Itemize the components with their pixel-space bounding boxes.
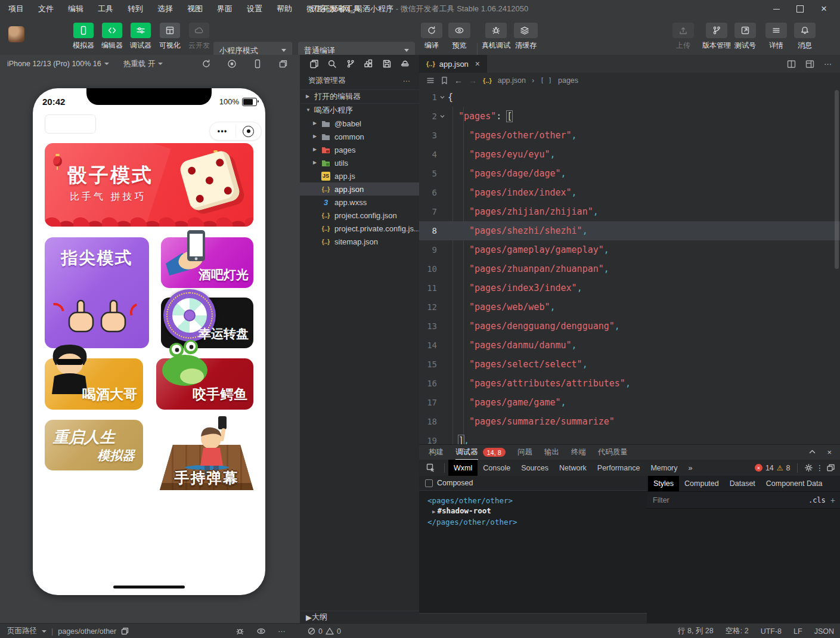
code-line[interactable]: 14 "pages/danmu/danmu", [419, 336, 840, 355]
tree-file-projectconfig[interactable]: {..} project.config.json [300, 209, 419, 222]
device-frame-icon[interactable] [253, 59, 262, 69]
device-debug-button[interactable]: 真机调试 [482, 23, 510, 51]
tree-file-sitemap[interactable]: {..} sitemap.json [300, 235, 419, 248]
tile-bar-light[interactable]: 酒吧灯光 [161, 237, 253, 288]
shadow-root-node[interactable]: #shadow-root [437, 506, 491, 515]
tree-folder-utils[interactable]: ▶ utils [300, 156, 419, 169]
more-actions-icon[interactable]: ⋯ [824, 60, 832, 69]
tree-file-appjs[interactable]: JS app.js [300, 169, 419, 182]
code-line[interactable]: 5 "pages/dage/dage", [419, 164, 840, 183]
close-panel-icon[interactable]: × [827, 448, 832, 457]
inspect-element-icon[interactable] [419, 460, 441, 476]
style-filter-input[interactable] [652, 495, 804, 505]
tree-folder-common[interactable]: ▶ common [300, 130, 419, 143]
copy-path-icon[interactable] [121, 627, 129, 635]
bug-icon[interactable] [235, 627, 244, 636]
code-line-active[interactable]: 8 "pages/shezhi/shezhi", [419, 221, 840, 240]
devtools-tab-wxml[interactable]: Wxml [448, 460, 478, 476]
devtools-tab-network[interactable]: Network [554, 460, 592, 476]
menu-goto[interactable]: 转到 [128, 4, 143, 14]
multi-window-icon[interactable] [278, 59, 288, 69]
page-path-label[interactable]: 页面路径 [7, 626, 37, 636]
dom-node-open[interactable]: <pages/other/other> [427, 496, 513, 505]
menu-file[interactable]: 文件 [38, 4, 54, 14]
outline-list-icon[interactable] [426, 76, 435, 85]
code-line[interactable]: 16 "pages/attributes/attributes", [419, 374, 840, 393]
visual-toggle-button[interactable]: 可视化 [157, 23, 183, 51]
debugger-toggle-button[interactable]: 调试器 [128, 23, 154, 51]
banner-dice-mode[interactable]: 骰子模式 比手气 拼技巧 [45, 143, 253, 227]
language-mode[interactable]: JSON [814, 627, 834, 636]
files-icon[interactable] [309, 59, 319, 69]
code-line[interactable]: 1 { [419, 88, 840, 107]
eol-setting[interactable]: LF [793, 627, 802, 636]
maximize-button[interactable] [792, 2, 808, 16]
chevron-right-icon[interactable]: ▶ [432, 509, 435, 515]
record-icon[interactable] [227, 59, 237, 69]
hot-reload-toggle[interactable]: 热重载 开 [116, 59, 170, 69]
close-button[interactable]: × [816, 2, 832, 16]
composed-checkbox[interactable] [425, 479, 433, 487]
split-editor-icon[interactable] [787, 60, 796, 69]
overflow-tabs-icon[interactable]: » [683, 460, 698, 476]
undock-icon[interactable] [826, 463, 835, 472]
forward-icon[interactable]: → [469, 76, 477, 85]
devtools-tab-sources[interactable]: Sources [516, 460, 554, 476]
menu-project[interactable]: 项目 [8, 4, 24, 14]
code-line[interactable]: 6 "pages/index/index", [419, 183, 840, 202]
more-actions-icon[interactable]: ⋯ [278, 627, 286, 636]
clear-cache-button[interactable]: 清缓存 [514, 23, 538, 51]
code-line[interactable]: 15 "pages/select/select", [419, 355, 840, 374]
code-line[interactable]: 10 "pages/zhuanpan/zhuanpan", [419, 259, 840, 278]
simulator-toggle-button[interactable]: 模拟器 [70, 23, 97, 51]
close-tab-icon[interactable]: × [475, 59, 480, 69]
menu-tools[interactable]: 工具 [98, 4, 113, 14]
code-line[interactable]: 17 "pages/game/game", [419, 393, 840, 412]
rotate-icon[interactable] [202, 59, 211, 69]
git-branch-icon[interactable] [346, 59, 355, 69]
code-line[interactable]: 12 "pages/web/web", [419, 298, 840, 317]
devtools-settings-icon[interactable] [804, 463, 813, 472]
menu-devtools[interactable]: 微信开发者工具 [306, 4, 361, 14]
tab-appjson[interactable]: {..} app.json × [419, 55, 487, 73]
breadcrumb-file[interactable]: app.json [498, 76, 526, 85]
menu-interface[interactable]: 界面 [217, 4, 233, 14]
more-actions-icon[interactable]: ⋯ [403, 76, 411, 85]
code-line[interactable]: 11 "pages/index3/index", [419, 278, 840, 298]
tile-crocodile-bite[interactable]: 咬手鳄鱼 [156, 358, 253, 410]
tab-output[interactable]: 输出 [544, 445, 559, 460]
dom-node-close[interactable]: </pages/other/other> [427, 518, 517, 526]
new-class-button[interactable]: .cls [808, 496, 826, 504]
code-line[interactable]: 18 "pages/summarize/summarize" [419, 412, 840, 431]
code-line[interactable]: 7 "pages/zhijian/zhijian", [419, 202, 840, 221]
tab-problems[interactable]: 问题 [517, 445, 532, 460]
tile-restart-life[interactable]: 重启人生 模拟器 [45, 420, 143, 470]
menu-settings[interactable]: 设置 [247, 4, 262, 14]
details-button[interactable]: 详情 [765, 23, 787, 51]
code-area[interactable]: 1 { 2 "pages": [ 3 "pages/other/other", … [419, 88, 840, 444]
tab-code-quality[interactable]: 代码质量 [598, 445, 628, 460]
tile-handheld-danmu[interactable]: 手持弹幕 [160, 415, 253, 490]
fold-chevron-icon[interactable] [437, 94, 448, 100]
tab-build[interactable]: 构建 [429, 445, 444, 460]
tab-debugger[interactable]: 调试器 [455, 445, 478, 460]
more-button[interactable]: ••• [210, 127, 235, 135]
teapot-icon[interactable] [400, 59, 410, 69]
search-icon[interactable] [327, 59, 337, 69]
tab-dataset[interactable]: Dataset [724, 476, 761, 491]
code-line[interactable]: 3 "pages/other/other", [419, 126, 840, 145]
menu-view[interactable]: 视图 [187, 4, 203, 14]
menu-select[interactable]: 选择 [157, 4, 173, 14]
back-icon[interactable]: ← [454, 76, 463, 85]
save-icon[interactable] [382, 59, 392, 69]
messages-button[interactable]: 消息 [794, 23, 816, 51]
tab-component-data[interactable]: Component Data [761, 476, 828, 491]
fold-chevron-icon[interactable] [437, 113, 448, 119]
tree-file-appjson[interactable]: {..} app.json [300, 182, 419, 196]
avatar[interactable] [8, 26, 24, 42]
tree-file-projectprivate[interactable]: {..} project.private.config.js... [300, 222, 419, 235]
tree-folder-pages[interactable]: ▶ pages [300, 143, 419, 156]
cloud-dev-button[interactable]: 云开发 [186, 23, 212, 51]
collapse-panel-icon[interactable] [808, 448, 816, 457]
upload-button[interactable]: 上传 [672, 23, 694, 51]
